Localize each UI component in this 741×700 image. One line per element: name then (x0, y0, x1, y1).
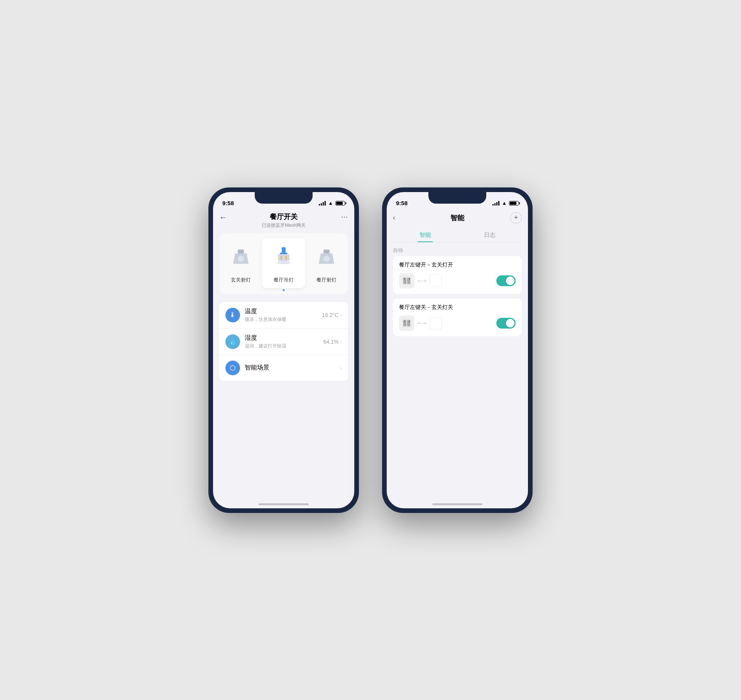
smart-scene-title: 智能场景 (245, 364, 340, 372)
svg-rect-6 (281, 256, 282, 260)
humidity-title: 湿度 (245, 334, 323, 342)
smart-scene-chevron: › (340, 365, 342, 371)
link-icon-1: ⟷ (418, 319, 426, 327)
notch-2 (428, 192, 486, 204)
phone-2-screen: 9:58 ▲ ‹ 智能 + 智能 日志 (387, 192, 528, 508)
time-1: 9:58 (222, 200, 234, 206)
status-icons-1: ▲ (319, 200, 345, 206)
app-header-1: ← 餐厅开关 已连接蓝牙Mesh网关 ··· (213, 209, 354, 233)
automation-icons-1: ⟷ (399, 315, 516, 331)
smart-scene-icon: ⬡ (230, 364, 236, 372)
tab-smart[interactable]: 智能 (393, 228, 457, 242)
carousel-label-2: 餐厅射灯 (316, 277, 337, 283)
temperature-desc: 微凉，注意添衣保暖 (245, 316, 322, 323)
phone-2: 9:58 ▲ ‹ 智能 + 智能 日志 (382, 187, 533, 513)
svg-rect-20 (404, 320, 404, 322)
carousel-item-1[interactable]: 餐厅吊灯 (262, 238, 305, 288)
notch-1 (255, 192, 313, 204)
toggle-thumb-1 (506, 319, 514, 327)
home-bar-1 (259, 503, 309, 505)
time-2: 9:58 (396, 200, 408, 206)
link-icon-0: ⟷ (418, 277, 426, 284)
tab-log[interactable]: 日志 (457, 228, 522, 242)
add-button[interactable]: + (510, 212, 522, 224)
svg-point-8 (277, 261, 291, 264)
svg-rect-3 (282, 247, 286, 253)
humidity-text: 湿度 湿润，建议打开除湿 (245, 334, 323, 349)
svg-point-11 (323, 256, 330, 262)
svg-rect-21 (409, 320, 410, 322)
automation-title-1: 餐厅左键关－玄关灯关 (399, 304, 516, 311)
smart-scene-text: 智能场景 (245, 364, 340, 372)
spotlight-icon-left (225, 243, 256, 273)
battery-icon-2 (509, 201, 519, 206)
humidity-value: 64.1% (323, 339, 339, 345)
info-section-1: 🌡 温度 微凉，注意添衣保暖 16.2°C › 💧 湿度 湿润，建议打开除湿 (219, 302, 348, 381)
temperature-text: 温度 微凉，注意添衣保暖 (245, 307, 322, 323)
smart-tabs: 智能 日志 (393, 228, 522, 242)
carousel-item-0[interactable]: 玄关射灯 (219, 238, 262, 288)
toggle-1[interactable] (496, 318, 516, 329)
wifi-icon-2: ▲ (502, 200, 507, 206)
humidity-row[interactable]: 💧 湿度 湿润，建议打开除湿 64.1% › (219, 329, 348, 355)
smart-scene-row[interactable]: ⬡ 智能场景 › (219, 355, 348, 381)
thermometer-icon: 🌡 (229, 311, 236, 319)
temperature-icon-wrap: 🌡 (225, 308, 240, 322)
svg-rect-4 (280, 253, 288, 254)
svg-rect-16 (409, 278, 410, 280)
light-icon-0 (430, 275, 442, 287)
smart-header: ‹ 智能 + (387, 209, 528, 228)
temperature-title: 温度 (245, 307, 322, 315)
app-title-1: 餐厅开关 (219, 212, 348, 221)
toggle-thumb-0 (506, 277, 514, 285)
smart-title: 智能 (404, 213, 510, 223)
spotlight-icon-right (311, 243, 342, 273)
switch-icon-0 (399, 273, 414, 288)
back-button-1[interactable]: ← (219, 213, 227, 222)
svg-rect-0 (238, 250, 244, 253)
carousel-item-2[interactable]: 餐厅射灯 (305, 238, 348, 288)
active-dot (283, 289, 284, 291)
water-drop-icon: 💧 (228, 337, 237, 346)
temperature-value: 16.2°C (322, 312, 338, 318)
humidity-chevron: › (340, 339, 342, 345)
carousel-items: 玄关射灯 餐厅吊灯 (219, 238, 348, 288)
svg-rect-5 (278, 254, 289, 261)
status-icons-2: ▲ (492, 200, 519, 206)
home-bar-2 (432, 503, 482, 505)
temperature-row[interactable]: 🌡 温度 微凉，注意添衣保暖 16.2°C › (219, 302, 348, 329)
auto-section-label: 自动 (387, 242, 528, 256)
more-button-1[interactable]: ··· (341, 213, 348, 221)
battery-icon-1 (335, 201, 345, 206)
carousel-label-0: 玄关射灯 (231, 277, 251, 283)
carousel-label-1: 餐厅吊灯 (274, 277, 294, 283)
svg-rect-7 (285, 256, 287, 260)
automation-title-0: 餐厅左键开－玄关灯开 (399, 261, 516, 268)
toggle-0[interactable] (496, 275, 516, 286)
automation-icons-0: ⟷ (399, 273, 516, 288)
phone-1-screen: 9:58 ▲ ← 餐厅开关 已连接蓝牙Mesh网关 ··· (213, 192, 354, 508)
svg-rect-15 (404, 278, 404, 280)
svg-rect-9 (323, 250, 330, 253)
smart-scene-icon-wrap: ⬡ (225, 361, 240, 375)
switch-icon-1 (399, 315, 414, 331)
wifi-icon-1: ▲ (328, 200, 333, 206)
smart-back-button[interactable]: ‹ (393, 214, 404, 222)
automation-card-1: 餐厅左键关－玄关灯关 ⟷ (393, 299, 522, 336)
light-icon-1 (430, 317, 442, 329)
humidity-desc: 湿润，建议打开除湿 (245, 343, 323, 349)
humidity-icon-wrap: 💧 (225, 334, 240, 349)
signal-icon-1 (319, 201, 326, 206)
signal-icon-2 (492, 201, 499, 206)
svg-point-2 (238, 256, 244, 262)
app-subtitle-1: 已连接蓝牙Mesh网关 (219, 222, 348, 229)
phone-1: 9:58 ▲ ← 餐厅开关 已连接蓝牙Mesh网关 ··· (208, 187, 359, 513)
temperature-chevron: › (340, 312, 342, 318)
device-carousel: 玄关射灯 餐厅吊灯 (219, 233, 348, 294)
automation-card-0: 餐厅左键开－玄关灯开 ⟷ (393, 256, 522, 294)
pendant-icon (268, 243, 299, 273)
